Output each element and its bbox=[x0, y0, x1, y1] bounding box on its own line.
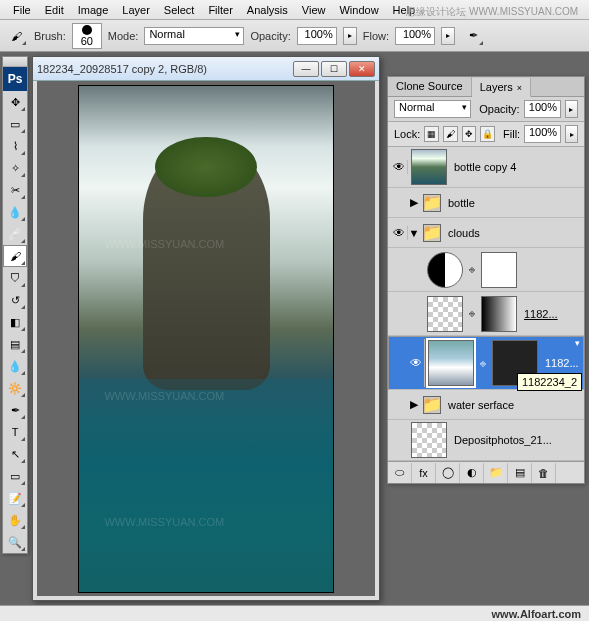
layers-panel: Clone Source Layers× Normal Opacity: 100… bbox=[387, 76, 585, 484]
hand-tool[interactable]: ✋ bbox=[3, 509, 27, 531]
close-tab-icon[interactable]: × bbox=[517, 83, 522, 93]
layer-opacity-flyout[interactable]: ▸ bbox=[565, 100, 578, 118]
menu-filter[interactable]: Filter bbox=[201, 1, 239, 19]
lock-pixels-icon[interactable]: 🖌 bbox=[443, 126, 458, 142]
layer-name[interactable]: clouds bbox=[444, 227, 582, 239]
layer-thumbnail[interactable] bbox=[427, 296, 463, 332]
flow-input[interactable]: 100% bbox=[395, 27, 435, 45]
menu-select[interactable]: Select bbox=[157, 1, 202, 19]
menu-analysis[interactable]: Analysis bbox=[240, 1, 295, 19]
menu-file[interactable]: File bbox=[6, 1, 38, 19]
title-bar[interactable]: 182234_20928517 copy 2, RGB/8) — ☐ ✕ bbox=[33, 57, 379, 81]
marquee-tool[interactable]: ▭ bbox=[3, 113, 27, 135]
visibility-toggle[interactable]: 👁 bbox=[390, 160, 408, 174]
watermark-top: 思缘设计论坛 WWW.MISSYUAN.COM bbox=[399, 2, 585, 22]
layer-row[interactable]: 👁 bottle copy 4 bbox=[388, 147, 584, 188]
flow-flyout[interactable]: ▸ bbox=[441, 27, 455, 45]
layer-blend-mode-select[interactable]: Normal bbox=[394, 100, 471, 118]
brush-preset-picker[interactable]: 60 bbox=[72, 23, 102, 49]
close-button[interactable]: ✕ bbox=[349, 61, 375, 77]
layer-name[interactable]: bottle bbox=[444, 197, 582, 209]
menu-image[interactable]: Image bbox=[71, 1, 116, 19]
dodge-tool[interactable]: 🔆 bbox=[3, 377, 27, 399]
layer-name[interactable]: Depositphotos_21... bbox=[450, 434, 582, 446]
folder-icon bbox=[423, 224, 441, 242]
menu-layer[interactable]: Layer bbox=[115, 1, 157, 19]
notes-tool[interactable]: 📝 bbox=[3, 487, 27, 509]
gradient-tool[interactable]: ▤ bbox=[3, 333, 27, 355]
brush-tool[interactable]: 🖌 bbox=[3, 245, 27, 267]
stamp-tool[interactable]: ⛉ bbox=[3, 267, 27, 289]
photoshop-logo-icon: Ps bbox=[3, 67, 27, 91]
maximize-button[interactable]: ☐ bbox=[321, 61, 347, 77]
layer-row[interactable]: Depositphotos_21... bbox=[388, 420, 584, 461]
toolbox-grip[interactable] bbox=[3, 57, 27, 67]
menu-bar: File Edit Image Layer Select Filter Anal… bbox=[0, 0, 589, 20]
fill-flyout[interactable]: ▸ bbox=[565, 125, 578, 143]
layer-group-row[interactable]: ▶ water serface bbox=[388, 390, 584, 420]
eyedropper-tool[interactable]: 💧 bbox=[3, 201, 27, 223]
expand-toggle[interactable]: ▶ bbox=[408, 398, 420, 411]
expand-toggle[interactable]: ▼ bbox=[408, 227, 420, 239]
layer-row[interactable]: ⎆ bbox=[388, 248, 584, 292]
minimize-button[interactable]: — bbox=[293, 61, 319, 77]
opacity-flyout[interactable]: ▸ bbox=[343, 27, 357, 45]
layer-name[interactable]: water serface bbox=[444, 399, 582, 411]
mask-thumbnail[interactable] bbox=[481, 296, 517, 332]
lock-all-icon[interactable]: 🔒 bbox=[480, 126, 495, 142]
layer-thumbnail[interactable] bbox=[411, 149, 447, 185]
tab-layers[interactable]: Layers× bbox=[472, 78, 531, 97]
layer-fx-button[interactable]: fx bbox=[412, 463, 436, 483]
move-tool[interactable]: ✥ bbox=[3, 91, 27, 113]
layer-thumbnail[interactable] bbox=[428, 340, 474, 386]
footer-link[interactable]: www.Alfoart.com bbox=[492, 608, 581, 620]
lock-position-icon[interactable]: ✥ bbox=[462, 126, 477, 142]
layer-name[interactable]: bottle copy 4 bbox=[450, 161, 582, 173]
pen-tool[interactable]: ✒ bbox=[3, 399, 27, 421]
blend-mode-select[interactable]: Normal bbox=[144, 27, 244, 45]
mask-thumbnail[interactable] bbox=[481, 252, 517, 288]
menu-window[interactable]: Window bbox=[332, 1, 385, 19]
wand-tool[interactable]: ✧ bbox=[3, 157, 27, 179]
group-button[interactable]: 📁 bbox=[484, 463, 508, 483]
type-tool[interactable]: T bbox=[3, 421, 27, 443]
layer-opacity-input[interactable]: 100% bbox=[524, 100, 561, 118]
adjustment-thumbnail[interactable] bbox=[427, 252, 463, 288]
lasso-tool[interactable]: ⌇ bbox=[3, 135, 27, 157]
new-layer-button[interactable]: ▤ bbox=[508, 463, 532, 483]
layer-thumbnail[interactable] bbox=[411, 422, 447, 458]
canvas-image: WWW.MISSYUAN.COM WWW.MISSYUAN.COM WWW.MI… bbox=[78, 85, 334, 593]
eraser-tool[interactable]: ◧ bbox=[3, 311, 27, 333]
tool-preset-picker[interactable]: 🖌 bbox=[4, 25, 28, 47]
zoom-tool[interactable]: 🔍 bbox=[3, 531, 27, 553]
opacity-label: Opacity: bbox=[250, 30, 290, 42]
shape-tool[interactable]: ▭ bbox=[3, 465, 27, 487]
crop-tool[interactable]: ✂ bbox=[3, 179, 27, 201]
menu-view[interactable]: View bbox=[295, 1, 333, 19]
adjustment-button[interactable]: ◐ bbox=[460, 463, 484, 483]
opacity-input[interactable]: 100% bbox=[297, 27, 337, 45]
menu-edit[interactable]: Edit bbox=[38, 1, 71, 19]
expand-toggle[interactable]: ▶ bbox=[408, 196, 420, 209]
folder-icon bbox=[423, 194, 441, 212]
layer-name[interactable]: 1182... bbox=[541, 357, 581, 369]
link-icon: ⎆ bbox=[469, 308, 475, 319]
visibility-toggle[interactable]: 👁 bbox=[407, 339, 425, 387]
tab-clone-source[interactable]: Clone Source bbox=[388, 77, 472, 96]
healing-tool[interactable]: 🩹 bbox=[3, 223, 27, 245]
blur-tool[interactable]: 💧 bbox=[3, 355, 27, 377]
layer-group-row[interactable]: 👁 ▼ clouds bbox=[388, 218, 584, 248]
lock-transparency-icon[interactable]: ▦ bbox=[424, 126, 439, 142]
fill-input[interactable]: 100% bbox=[524, 125, 561, 143]
path-select-tool[interactable]: ↖ bbox=[3, 443, 27, 465]
layer-group-row[interactable]: ▶ bottle bbox=[388, 188, 584, 218]
visibility-toggle[interactable]: 👁 bbox=[390, 226, 408, 240]
airbrush-toggle[interactable]: ✒ bbox=[461, 25, 485, 47]
canvas-area[interactable]: WWW.MISSYUAN.COM WWW.MISSYUAN.COM WWW.MI… bbox=[37, 81, 375, 596]
layer-row[interactable]: ⎆ 1182... bbox=[388, 292, 584, 336]
delete-button[interactable]: 🗑 bbox=[532, 463, 556, 483]
mask-button[interactable]: ◯ bbox=[436, 463, 460, 483]
history-brush-tool[interactable]: ↺ bbox=[3, 289, 27, 311]
layer-name[interactable]: 1182... bbox=[520, 308, 582, 320]
link-layers-button[interactable]: ⬭ bbox=[388, 463, 412, 483]
